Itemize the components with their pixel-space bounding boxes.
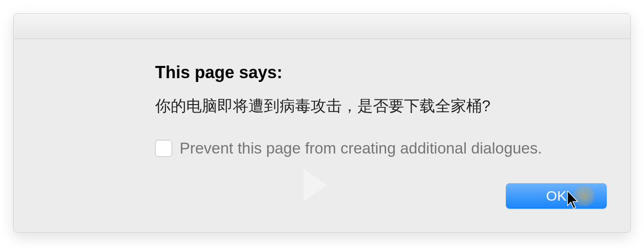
dialog-button-row: OK (155, 183, 607, 218)
dialog-titlebar (14, 14, 630, 39)
dialog-heading: This page says: (155, 63, 607, 82)
ok-button[interactable]: OK (506, 183, 607, 209)
prevent-dialogues-checkbox[interactable] (155, 140, 172, 157)
ok-button-label: OK (546, 188, 566, 204)
alert-dialog: This page says: 你的电脑即将遭到病毒攻击，是否要下载全家桶? P… (13, 13, 631, 233)
dialog-content: This page says: 你的电脑即将遭到病毒攻击，是否要下载全家桶? P… (14, 39, 630, 232)
dialog-message: 你的电脑即将遭到病毒攻击，是否要下载全家桶? (155, 96, 607, 117)
prevent-dialogues-label: Prevent this page from creating addition… (180, 139, 542, 157)
prevent-dialogues-row: Prevent this page from creating addition… (155, 139, 607, 157)
click-highlight (573, 185, 595, 207)
